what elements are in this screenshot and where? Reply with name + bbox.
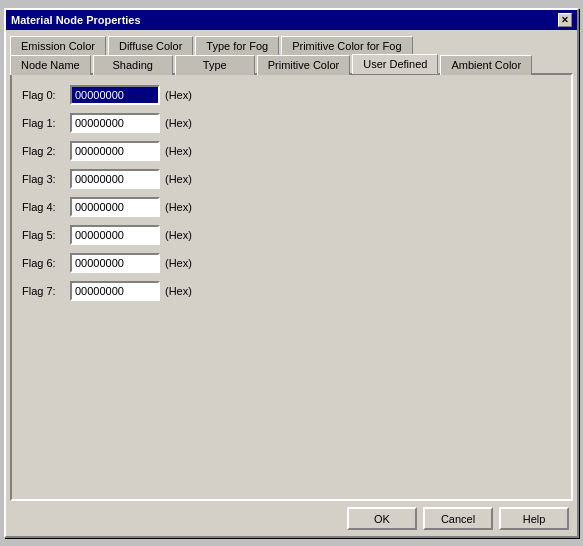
main-window: Material Node Properties ✕ Emission Colo… [4,8,579,538]
flag-label-0: Flag 0: [22,89,70,101]
title-bar: Material Node Properties ✕ [6,10,577,30]
tab-row2-0[interactable]: Node Name [10,55,91,75]
flag-label-1: Flag 1: [22,117,70,129]
flag-input-1[interactable] [70,113,160,133]
flags-container: Flag 0:(Hex)Flag 1:(Hex)Flag 2:(Hex)Flag… [22,85,561,309]
flag-input-0[interactable] [70,85,160,105]
cancel-button[interactable]: Cancel [423,507,493,530]
help-button[interactable]: Help [499,507,569,530]
tabs-row2: Node NameShadingTypePrimitive ColorUser … [6,53,577,73]
flag-label-4: Flag 4: [22,201,70,213]
flag-label-2: Flag 2: [22,145,70,157]
flag-row: Flag 5:(Hex) [22,225,561,245]
flag-row: Flag 7:(Hex) [22,281,561,301]
flag-hex-4: (Hex) [165,201,192,213]
flag-hex-0: (Hex) [165,89,192,101]
flag-label-6: Flag 6: [22,257,70,269]
ok-button[interactable]: OK [347,507,417,530]
tab-row2-3[interactable]: Primitive Color [257,55,351,75]
tab-row2-5[interactable]: Ambient Color [440,55,532,75]
window-title: Material Node Properties [11,14,141,26]
flag-row: Flag 4:(Hex) [22,197,561,217]
flag-row: Flag 3:(Hex) [22,169,561,189]
flag-input-3[interactable] [70,169,160,189]
flag-row: Flag 2:(Hex) [22,141,561,161]
tab-row2-4[interactable]: User Defined [352,54,438,74]
tab-row1-3[interactable]: Primitive Color for Fog [281,36,412,55]
flag-label-5: Flag 5: [22,229,70,241]
flag-hex-2: (Hex) [165,145,192,157]
flag-label-7: Flag 7: [22,285,70,297]
tabs-row1: Emission ColorDiffuse ColorType for FogP… [6,30,577,53]
flag-row: Flag 1:(Hex) [22,113,561,133]
tab-row1-2[interactable]: Type for Fog [195,36,279,55]
flag-input-5[interactable] [70,225,160,245]
flag-row: Flag 6:(Hex) [22,253,561,273]
flag-input-2[interactable] [70,141,160,161]
tab-row2-1[interactable]: Shading [93,55,173,75]
bottom-bar: OK Cancel Help [6,501,577,536]
tab-row1-0[interactable]: Emission Color [10,36,106,55]
tab-row2-2[interactable]: Type [175,55,255,75]
flag-hex-1: (Hex) [165,117,192,129]
flag-label-3: Flag 3: [22,173,70,185]
flag-input-4[interactable] [70,197,160,217]
flag-hex-6: (Hex) [165,257,192,269]
flag-input-6[interactable] [70,253,160,273]
flag-input-7[interactable] [70,281,160,301]
flag-hex-5: (Hex) [165,229,192,241]
content-area: Flag 0:(Hex)Flag 1:(Hex)Flag 2:(Hex)Flag… [10,73,573,501]
close-button[interactable]: ✕ [558,13,572,27]
flag-hex-3: (Hex) [165,173,192,185]
flag-hex-7: (Hex) [165,285,192,297]
flag-row: Flag 0:(Hex) [22,85,561,105]
tab-row1-1[interactable]: Diffuse Color [108,36,193,55]
